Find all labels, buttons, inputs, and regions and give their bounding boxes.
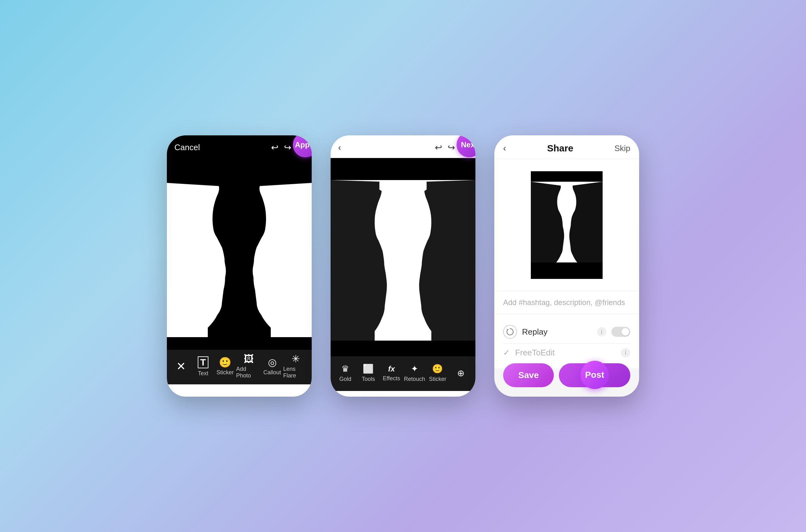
share-description[interactable]: Add #hashtag, description, @friends [494, 291, 639, 314]
rubin-vase-1 [167, 158, 312, 350]
screen-share: ‹ Share Skip Add #hashtag, description, … [494, 135, 639, 397]
apply-button[interactable]: Apply [293, 135, 312, 157]
save-button[interactable]: Save [503, 363, 554, 387]
rubin-vase-2 [331, 158, 475, 356]
share-skip-button[interactable]: Skip [614, 144, 630, 153]
undo-icon[interactable]: ↩ [271, 142, 278, 153]
gold-tool[interactable]: ♛ Gold [334, 364, 356, 382]
callout-label: Callout [264, 369, 281, 376]
replay-toggle[interactable] [612, 327, 630, 337]
close-tool[interactable]: ✕ [170, 360, 192, 373]
share-header: ‹ Share Skip [494, 135, 639, 159]
redo-icon[interactable]: ↪ [284, 142, 291, 153]
share-options: Replay i ✓ FreeToEdit i [494, 314, 639, 368]
lens-flare-icon: ✳ [292, 354, 300, 364]
sticker-tool-2[interactable]: 🙂 Sticker [427, 364, 449, 382]
add-photo-icon: 🖼 [244, 354, 254, 364]
retouch-icon: ✦ [411, 364, 418, 374]
text-label: Text [198, 370, 208, 377]
next-button[interactable]: Next [456, 135, 475, 157]
freetoedit-option-row: ✓ FreeToEdit i [503, 343, 630, 362]
text-icon: T [198, 356, 208, 368]
share-title: Share [547, 143, 573, 154]
svg-rect-1 [167, 337, 312, 350]
post-button[interactable]: Post Post [559, 363, 630, 387]
share-footer: Save Post Post [494, 363, 639, 387]
gold-icon: ♛ [341, 364, 349, 374]
retouch-label: Retouch [404, 376, 425, 382]
gold-label: Gold [339, 376, 351, 382]
screen-next: ‹ ↩ ↪ ⤓ Next [331, 135, 475, 397]
sticker-icon: 🙂 [219, 357, 231, 367]
replay-icon [503, 325, 517, 339]
screen-edit: Cancel ↩ ↪ ⤓ Apply ✕ [167, 135, 312, 397]
canvas-area-2 [331, 158, 475, 356]
more-icon: ⊕ [457, 368, 464, 378]
svg-rect-3 [331, 341, 475, 356]
back-icon[interactable]: ‹ [338, 142, 341, 153]
tools-label: Tools [362, 376, 375, 382]
redo-icon-2[interactable]: ↪ [448, 142, 455, 153]
more-tool[interactable]: ⊕ [450, 368, 472, 378]
share-preview-image [507, 168, 626, 282]
sticker-icon-2: 🙂 [432, 364, 443, 374]
sticker-label-2: Sticker [429, 376, 446, 382]
effects-icon: fx [388, 364, 395, 373]
description-placeholder: Add #hashtag, description, @friends [503, 298, 625, 307]
svg-rect-5 [531, 171, 603, 182]
replay-option-row: Replay i [503, 321, 630, 343]
edit-header: Cancel ↩ ↪ ⤓ Apply [167, 135, 312, 158]
canvas-area-1 [167, 158, 312, 350]
retouch-tool[interactable]: ✦ Retouch [404, 364, 426, 382]
screens-container: Cancel ↩ ↪ ⤓ Apply ✕ [167, 135, 639, 397]
undo-icon-2[interactable]: ↩ [435, 142, 442, 153]
effects-tool[interactable]: fx Effects [380, 364, 402, 382]
replay-info-icon[interactable]: i [597, 327, 606, 337]
toolbar-2: ♛ Gold ⬜ Tools fx Effects ✦ Retouch 🙂 St… [331, 356, 475, 391]
share-image-area [494, 159, 639, 291]
lens-flare-tool[interactable]: ✳ Lens Flare [283, 354, 308, 379]
svg-rect-6 [531, 262, 603, 279]
freetoedit-info-icon[interactable]: i [621, 348, 630, 358]
text-tool[interactable]: T Text [192, 356, 214, 377]
toolbar-1: ✕ T Text 🙂 Sticker 🖼 Add Photo ◎ Callout… [167, 350, 312, 384]
share-back-icon[interactable]: ‹ [503, 143, 506, 153]
tools-tool[interactable]: ⬜ Tools [357, 364, 379, 382]
callout-icon: ◎ [268, 357, 277, 367]
lens-flare-label: Lens Flare [283, 366, 308, 379]
replay-label: Replay [522, 327, 592, 337]
screen2-header: ‹ ↩ ↪ ⤓ Next [331, 135, 475, 158]
svg-rect-2 [331, 158, 475, 180]
add-photo-tool[interactable]: 🖼 Add Photo [236, 354, 261, 379]
freetoedit-label: FreeToEdit [515, 348, 616, 358]
sticker-label: Sticker [216, 369, 233, 376]
freetoedit-check-icon: ✓ [503, 348, 510, 358]
effects-label: Effects [383, 375, 400, 382]
tools-icon: ⬜ [363, 364, 374, 374]
sticker-tool[interactable]: 🙂 Sticker [214, 357, 236, 376]
cancel-text[interactable]: Cancel [174, 142, 200, 152]
close-icon: ✕ [176, 360, 186, 373]
add-photo-label: Add Photo [236, 366, 261, 379]
callout-tool[interactable]: ◎ Callout [261, 357, 283, 376]
header-left: Cancel [174, 142, 200, 152]
post-button-label: Post [581, 361, 609, 389]
